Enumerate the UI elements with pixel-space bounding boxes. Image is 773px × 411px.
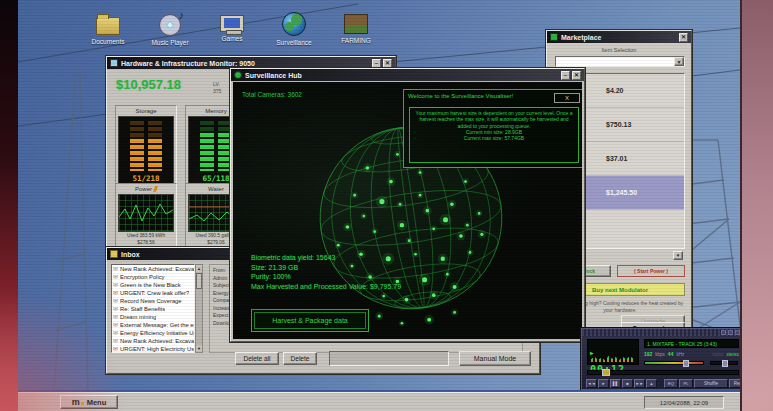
scroll-down-icon[interactable]: ▼ [196,345,202,352]
pause-icon[interactable]: ▌▌ [610,379,621,388]
seek-slider[interactable] [587,370,739,375]
camera-dot[interactable] [401,322,404,325]
camera-dot[interactable] [362,215,365,218]
camera-dot[interactable] [366,166,370,170]
camera-dot[interactable] [419,171,422,174]
menu-button[interactable]: m Menu [60,395,118,409]
harvest-package-button[interactable]: Harvest & Package data [251,309,369,332]
camera-dot[interactable] [427,318,431,322]
camera-dot[interactable] [408,239,411,242]
camera-dot[interactable] [382,295,385,298]
camera-dot[interactable] [453,285,457,289]
camera-dot[interactable] [441,257,445,261]
volume-slider[interactable] [644,361,704,365]
email-row[interactable]: ✉New Rank Achieved: Excavato... [112,265,194,273]
player-titlebar[interactable] [582,329,740,336]
camera-dot[interactable] [480,233,483,236]
minimize-icon[interactable]: – [561,71,570,80]
desktop-icon-music-player[interactable]: Music Player [146,12,194,46]
camera-dot[interactable] [426,209,430,213]
camera-dot[interactable] [337,244,340,247]
camera-dot[interactable] [396,153,399,156]
email-row[interactable]: ✉External Message: Get the edge... [112,321,194,329]
camera-dot[interactable] [419,194,422,197]
email-row[interactable]: ✉Encryption Policy [112,273,194,281]
mail-envelope-icon: ✉ [113,330,118,336]
globe-icon [282,12,306,36]
email-row[interactable]: ✉Green is the New Black [112,281,194,289]
desktop-icon-farming[interactable]: FARMING [332,12,380,46]
minimize-icon[interactable]: – [372,59,381,68]
repeat-button[interactable]: Rep [729,379,740,388]
monitor-screen: DocumentsMusic PlayerGamesSurveillanceFA… [18,0,740,411]
previous-track-icon[interactable]: ◄◄ [586,379,597,388]
delete-button[interactable]: Delete [283,352,317,365]
scroll-down-icon[interactable]: ▼ [673,251,683,260]
item-selector-dropdown[interactable]: ▼ [555,56,685,67]
email-row[interactable]: ✉Energy Efficiency Initiative Upd... [112,329,194,337]
next-track-icon[interactable]: ►► [634,379,645,388]
camera-dot[interactable] [378,314,381,317]
email-row[interactable]: ✉Record News Coverage [112,297,194,305]
desktop-icon-documents[interactable]: Documents [84,12,132,46]
shade-icon[interactable] [728,330,733,335]
email-row[interactable]: ✉New Rank Achieved: Excavato... [112,337,194,345]
desktop-icon-games[interactable]: Games [208,12,256,46]
close-icon[interactable]: ✕ [572,71,581,80]
stop-icon[interactable]: ■ [622,379,633,388]
delete-all-button[interactable]: Delete all [235,352,279,365]
eq-toggle[interactable]: EQ [664,379,678,388]
folder-icon [96,17,120,35]
taskbar-clock[interactable]: 12/04/2088, 22:09 [644,396,724,409]
eject-icon[interactable]: ▲ [646,379,657,388]
desktop-icon-label: Music Player [146,39,194,46]
surveillance-viewport: Total Cameras: 3602 Welcome to the Surve… [233,82,582,339]
email-scrollbar[interactable]: ▲ ▼ [195,264,203,353]
camera-dot[interactable] [478,212,481,215]
marketplace-titlebar[interactable]: Marketplace ✕ [547,31,691,43]
power-cost: $278.56 [118,240,174,246]
camera-dot[interactable] [464,180,467,183]
camera-dot[interactable] [446,273,449,276]
balance-slider[interactable] [710,361,738,365]
dialog-close-button[interactable]: X [554,93,580,103]
camera-dot[interactable] [379,199,384,204]
desktop-icon-surveillance[interactable]: Surveillance [270,12,318,46]
envelope-icon [110,250,118,258]
play-icon[interactable]: ► [598,379,609,388]
close-icon[interactable]: ✕ [679,33,688,42]
camera-dot[interactable] [422,277,427,282]
email-row[interactable]: ✉Re: Staff Benefits [112,305,194,313]
camera-dot[interactable] [353,194,356,197]
storage-gauge: Storage 51/218 [115,105,177,189]
email-row[interactable]: ✉URGENT: High Electricity Usage [112,345,194,353]
email-row[interactable]: ✉Dream mining [112,313,194,321]
camera-dot[interactable] [389,180,393,184]
camera-dot[interactable] [399,203,402,206]
email-row[interactable]: ✉URGENT: Crew leak offer? [112,289,194,297]
camera-dot[interactable] [450,202,454,206]
camera-dot[interactable] [443,217,448,222]
scroll-up-icon[interactable]: ▲ [196,265,202,272]
surveillance-titlebar[interactable]: Surveillance Hub –✕ [231,69,584,81]
chevron-down-icon[interactable]: ▼ [674,57,684,66]
item-price: $750.13 [606,121,631,128]
manual-mode-button[interactable]: Manual Mode [459,351,531,366]
camera-dot[interactable] [414,253,417,256]
camera-dot[interactable] [432,227,435,230]
camera-dot[interactable] [373,230,376,233]
shuffle-button[interactable]: Shuffle [694,379,728,388]
camera-dot[interactable] [453,311,456,314]
camera-dot[interactable] [466,224,469,227]
camera-dot[interactable] [405,298,409,302]
camera-dot[interactable] [469,251,472,254]
start-power-button[interactable]: ( Start Power ) [617,265,685,277]
minimize-icon[interactable] [721,330,726,335]
close-icon[interactable]: ✕ [383,59,392,68]
camera-dot[interactable] [346,225,350,229]
scrollbar-thumb[interactable] [196,273,202,289]
camera-dot[interactable] [400,223,404,227]
camera-dot[interactable] [432,293,436,297]
camera-dot[interactable] [459,234,463,238]
playlist-toggle[interactable]: PL [679,379,693,388]
